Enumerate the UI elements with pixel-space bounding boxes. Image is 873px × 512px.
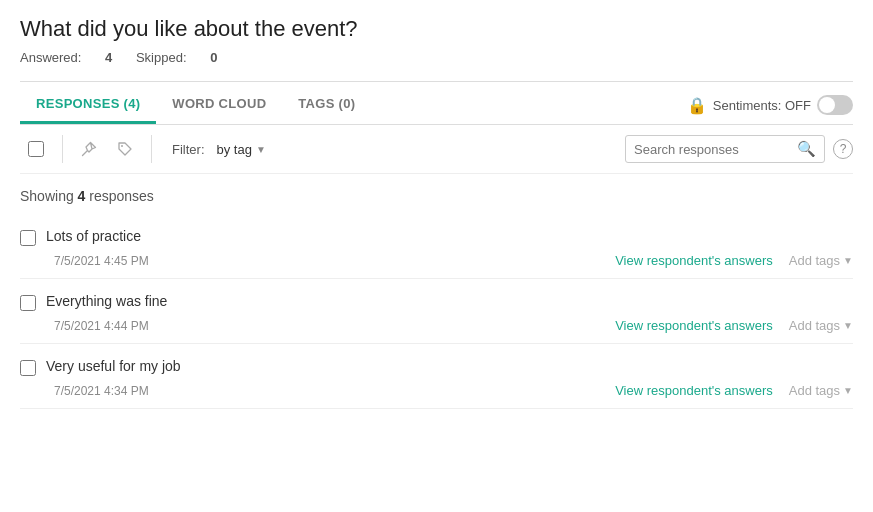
view-respondent-answers-3[interactable]: View respondent's answers	[615, 383, 773, 398]
response-date-3: 7/5/2021 4:34 PM	[54, 384, 615, 398]
response-checkbox-col	[20, 360, 36, 379]
skipped-label: Skipped: 0	[136, 50, 217, 65]
add-tags-arrow-2: ▼	[843, 320, 853, 331]
tag-icon	[117, 141, 133, 157]
pin-icon	[81, 141, 97, 157]
results-summary: Showing 4 responses	[20, 174, 853, 214]
help-icon-button[interactable]: ?	[833, 139, 853, 159]
view-respondent-answers-2[interactable]: View respondent's answers	[615, 318, 773, 333]
response-header: Lots of practice	[20, 228, 853, 249]
toolbar-separator-2	[151, 135, 152, 163]
response-checkbox-1[interactable]	[20, 230, 36, 246]
question-title: What did you like about the event?	[20, 16, 853, 42]
stats-row: Answered: 4 Skipped: 0	[20, 50, 853, 65]
lock-icon: 🔒	[687, 96, 707, 115]
responses-list: Lots of practice 7/5/2021 4:45 PM View r…	[20, 214, 853, 409]
search-icon[interactable]: 🔍	[797, 140, 816, 158]
response-checkbox-col	[20, 295, 36, 314]
response-actions-2: View respondent's answers Add tags ▼	[615, 318, 853, 333]
sentiments-label: Sentiments: OFF	[713, 98, 811, 113]
answered-label: Answered: 4	[20, 50, 116, 65]
skipped-value: 0	[210, 50, 217, 65]
sentiments-toggle[interactable]	[817, 95, 853, 115]
response-meta-1: 7/5/2021 4:45 PM View respondent's answe…	[20, 253, 853, 268]
tabs-row: RESPONSES (4) WORD CLOUD TAGS (0) 🔒 Sent…	[20, 82, 853, 125]
search-box: 🔍	[625, 135, 825, 163]
add-tags-arrow-1: ▼	[843, 255, 853, 266]
view-respondent-answers-1[interactable]: View respondent's answers	[615, 253, 773, 268]
svg-point-0	[121, 145, 123, 147]
response-item: Everything was fine 7/5/2021 4:44 PM Vie…	[20, 279, 853, 344]
response-meta-2: 7/5/2021 4:44 PM View respondent's answe…	[20, 318, 853, 333]
tab-word-cloud[interactable]: WORD CLOUD	[156, 86, 282, 124]
response-item: Lots of practice 7/5/2021 4:45 PM View r…	[20, 214, 853, 279]
response-date-2: 7/5/2021 4:44 PM	[54, 319, 615, 333]
response-actions-3: View respondent's answers Add tags ▼	[615, 383, 853, 398]
response-text-1: Lots of practice	[46, 228, 853, 244]
response-date-1: 7/5/2021 4:45 PM	[54, 254, 615, 268]
add-tags-button-1[interactable]: Add tags ▼	[789, 253, 853, 268]
search-input[interactable]	[634, 142, 791, 157]
filter-by-tag-button[interactable]: by tag ▼	[209, 138, 274, 161]
response-checkbox-3[interactable]	[20, 360, 36, 376]
toolbar-row: Filter: by tag ▼ 🔍 ?	[20, 125, 853, 174]
toolbar-separator	[62, 135, 63, 163]
filter-dropdown-arrow: ▼	[256, 144, 266, 155]
response-item: Very useful for my job 7/5/2021 4:34 PM …	[20, 344, 853, 409]
response-text-3: Very useful for my job	[46, 358, 853, 374]
search-area: 🔍 ?	[625, 135, 853, 163]
tab-tags[interactable]: TAGS (0)	[282, 86, 371, 124]
add-tags-button-3[interactable]: Add tags ▼	[789, 383, 853, 398]
response-header: Very useful for my job	[20, 358, 853, 379]
sentiments-control: 🔒 Sentiments: OFF	[687, 95, 853, 115]
response-checkbox-col	[20, 230, 36, 249]
response-header: Everything was fine	[20, 293, 853, 314]
add-tags-button-2[interactable]: Add tags ▼	[789, 318, 853, 333]
response-meta-3: 7/5/2021 4:34 PM View respondent's answe…	[20, 383, 853, 398]
response-text-2: Everything was fine	[46, 293, 853, 309]
pin-icon-button[interactable]	[73, 133, 105, 165]
filter-label: Filter:	[172, 142, 205, 157]
tag-icon-button[interactable]	[109, 133, 141, 165]
filter-value: by tag	[217, 142, 252, 157]
page-container: What did you like about the event? Answe…	[0, 0, 873, 512]
add-tags-arrow-3: ▼	[843, 385, 853, 396]
tab-responses[interactable]: RESPONSES (4)	[20, 86, 156, 124]
answered-value: 4	[105, 50, 112, 65]
response-checkbox-2[interactable]	[20, 295, 36, 311]
response-actions-1: View respondent's answers Add tags ▼	[615, 253, 853, 268]
select-all-checkbox[interactable]	[28, 141, 44, 157]
select-all-checkbox-col	[20, 141, 52, 157]
